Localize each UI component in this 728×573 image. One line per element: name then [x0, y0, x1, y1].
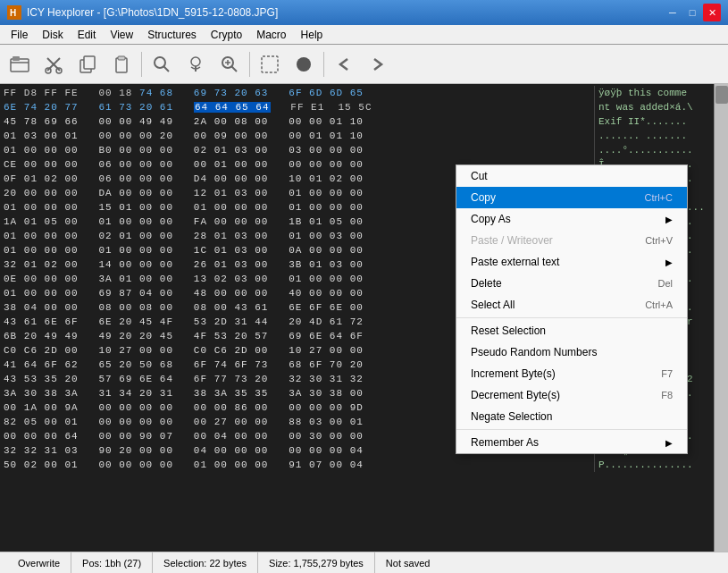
ctx-cut[interactable]: Cut: [456, 165, 687, 187]
menu-item-disk[interactable]: Disk: [35, 25, 70, 44]
ctx-negate-selection[interactable]: Negate Selection: [456, 406, 687, 427]
ctx-decrement-byte[interactable]: Decrement Byte(s) F8: [456, 384, 687, 406]
svg-rect-2: [11, 59, 29, 72]
toolbar-select[interactable]: [254, 48, 286, 80]
toolbar-back[interactable]: [328, 48, 360, 80]
hex-row: 01 00 00 00 B0 00 00 00 02 01 03 00 03 0…: [4, 143, 710, 157]
ctx-copy-as[interactable]: Copy As ▶: [456, 208, 687, 230]
title-controls[interactable]: ─ □ ✕: [664, 4, 721, 21]
svg-text:H: H: [10, 8, 16, 18]
toolbar-circle[interactable]: [288, 48, 320, 80]
ctx-increment-byte[interactable]: Increment Byte(s) F7: [456, 363, 687, 384]
main-content: FF D8 FF FE 00 18 74 68 69 73 20 63 6F 6…: [0, 84, 728, 552]
svg-line-17: [231, 66, 237, 72]
toolbar-search[interactable]: [146, 48, 178, 80]
menu-item-help[interactable]: Help: [294, 25, 331, 44]
ctx-pseudo-random[interactable]: Pseudo Random Numbers: [456, 341, 687, 363]
svg-rect-11: [118, 56, 125, 60]
ctx-paste-external[interactable]: Paste external text ▶: [456, 251, 687, 273]
title-bar: H ICY Hexplorer - [G:\Photos\1DN_5915-12…: [0, 0, 728, 25]
toolbar-sep-3: [323, 52, 324, 77]
status-mode: Overwrite: [7, 552, 71, 573]
scrollbar[interactable]: [714, 84, 728, 552]
toolbar-sep-2: [249, 52, 250, 77]
maximize-button[interactable]: □: [683, 4, 701, 21]
hex-row: 50 02 00 01 00 00 00 00 01 00 00 00 91 0…: [4, 458, 710, 472]
menu-item-crypto[interactable]: Crypto: [204, 25, 249, 44]
status-save-state: Not saved: [375, 552, 441, 573]
context-menu: Cut Copy Ctrl+C Copy As ▶ Paste / Writeo…: [456, 164, 688, 454]
title-bar-left: H ICY Hexplorer - [G:\Photos\1DN_5915-12…: [7, 5, 278, 20]
status-selection: Selection: 22 bytes: [153, 552, 258, 573]
toolbar-sep-1: [141, 52, 142, 77]
ctx-remember-as[interactable]: Remember As ▶: [456, 432, 687, 453]
svg-point-21: [297, 57, 311, 72]
menu-item-edit[interactable]: Edit: [71, 25, 104, 44]
menu-bar: FileDiskEditViewStructuresCryptoMacroHel…: [0, 25, 728, 45]
toolbar: [0, 45, 728, 84]
submenu-arrow-3: ▶: [665, 438, 673, 448]
ctx-select-all[interactable]: Select All Ctrl+A: [456, 294, 687, 316]
toolbar-cut[interactable]: [38, 48, 70, 80]
menu-item-macro[interactable]: Macro: [249, 25, 293, 44]
toolbar-zoom[interactable]: [213, 48, 246, 80]
svg-point-14: [191, 57, 200, 66]
menu-item-structures[interactable]: Structures: [140, 25, 204, 44]
toolbar-forward[interactable]: [362, 48, 394, 80]
status-size: Size: 1,755,279 bytes: [258, 552, 375, 573]
toolbar-open[interactable]: [4, 48, 36, 80]
app-icon: H: [7, 5, 21, 20]
toolbar-paste[interactable]: [105, 48, 138, 80]
ctx-reset-selection[interactable]: Reset Selection: [456, 320, 687, 341]
svg-rect-9: [84, 56, 95, 69]
toolbar-copy[interactable]: [71, 48, 104, 80]
close-button[interactable]: ✕: [703, 4, 721, 21]
svg-rect-3: [13, 56, 20, 61]
status-bar: Overwrite Pos: 1bh (27) Selection: 22 by…: [0, 552, 728, 573]
ctx-delete[interactable]: Delete Del: [456, 273, 687, 294]
hex-row: 01 03 00 01 00 00 00 20 00 09 00 00 00 0…: [4, 129, 710, 143]
ctx-separator-2: [456, 429, 687, 430]
hex-row: FF D8 FF FE 00 18 74 68 69 73 20 63 6F 6…: [4, 86, 710, 100]
toolbar-tool[interactable]: [180, 48, 212, 80]
svg-line-13: [163, 66, 169, 72]
ctx-paste-writeover: Paste / Writeover Ctrl+V: [456, 230, 687, 251]
window-title: ICY Hexplorer - [G:\Photos\1DN_5915-12-0…: [27, 6, 278, 19]
menu-item-file[interactable]: File: [4, 25, 35, 44]
minimize-button[interactable]: ─: [664, 4, 682, 21]
status-position: Pos: 1bh (27): [71, 552, 153, 573]
ctx-separator-1: [456, 317, 687, 318]
ctx-copy[interactable]: Copy Ctrl+C: [456, 187, 687, 208]
hex-row: 45 78 69 66 00 00 49 49 2A 00 08 00 00 0…: [4, 114, 710, 129]
hex-row: 6E 74 20 77 61 73 20 61 64 64 65 64 FF E…: [4, 100, 710, 114]
submenu-arrow-2: ▶: [665, 257, 673, 267]
submenu-arrow: ▶: [665, 215, 673, 224]
svg-rect-20: [262, 56, 278, 72]
menu-item-view[interactable]: View: [103, 25, 140, 44]
